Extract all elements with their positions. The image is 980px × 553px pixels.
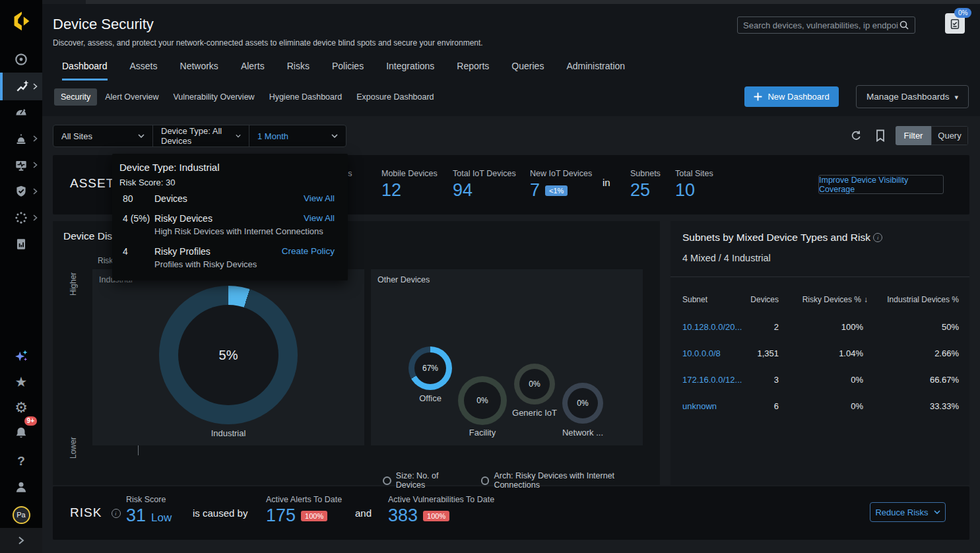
- sidebar-item-ai[interactable]: [0, 344, 42, 368]
- generic-iot-caption: Generic IoT: [505, 408, 564, 418]
- tab-policies[interactable]: Policies: [332, 61, 364, 81]
- view-all-link[interactable]: View All: [304, 213, 335, 223]
- cell-industrial: 50%: [942, 322, 959, 332]
- subnets-subtitle: 4 Mixed / 4 Industrial: [682, 253, 771, 263]
- facility-caption: Facility: [456, 428, 509, 438]
- filter-bar: All Sites Device Type: All Devices 1 Mon…: [53, 125, 346, 147]
- subtab-exposure-dashboard[interactable]: Exposure Dashboard: [350, 88, 440, 106]
- sidebar-item-alerts[interactable]: [0, 127, 42, 150]
- stat-subnets[interactable]: Subnets 25: [630, 169, 661, 201]
- other-devices-panel: Other Devices 67% Office 0% Facility 0% …: [371, 269, 643, 445]
- tab-dashboard[interactable]: Dashboard: [62, 61, 108, 81]
- tab-administration[interactable]: Administration: [566, 61, 625, 81]
- and-text: and: [355, 507, 372, 519]
- sidebar-item-monitoring[interactable]: [0, 153, 42, 177]
- siren-icon: [14, 131, 28, 146]
- col-risky-devices-sorted[interactable]: Risky Devices %: [802, 295, 868, 304]
- subnet-link[interactable]: 10.0.0.0/8: [682, 348, 721, 358]
- global-search[interactable]: [737, 16, 915, 34]
- subtab-alert-overview[interactable]: Alert Overview: [98, 88, 165, 106]
- sidebar-item-account[interactable]: Pa: [0, 503, 42, 527]
- sidebar-item-discovery[interactable]: [0, 206, 42, 230]
- refresh-button[interactable]: [850, 129, 863, 145]
- time-range-dropdown[interactable]: 1 Month: [249, 125, 346, 146]
- tab-networks[interactable]: Networks: [180, 61, 218, 81]
- logo-icon: [9, 9, 34, 34]
- stat-label: Total Sites: [675, 169, 713, 178]
- subtab-hygiene-dashboard[interactable]: Hygiene Dashboard: [263, 88, 349, 106]
- tooltip-row-label: Devices: [154, 193, 187, 204]
- subtab-security[interactable]: Security: [54, 88, 97, 106]
- app-logo[interactable]: [0, 8, 42, 34]
- filter-mode-button[interactable]: Filter: [896, 126, 931, 145]
- subnet-link[interactable]: 10.128.0.0/20...: [682, 322, 742, 332]
- risk-score-value: 31: [126, 505, 146, 526]
- radio-arch-option[interactable]: Arch: Risky Devices with Internet Connec…: [481, 471, 660, 490]
- star-icon: [15, 374, 28, 390]
- sidebar-item-help[interactable]: [0, 449, 42, 473]
- site-filter-dropdown[interactable]: All Sites: [53, 125, 153, 146]
- query-mode-button[interactable]: Query: [931, 126, 968, 145]
- stat-total-sites[interactable]: Total Sites 10: [675, 169, 713, 201]
- office-donut-percent: 67%: [422, 364, 438, 373]
- tooltip-row-label: Risky Profiles: [154, 246, 211, 257]
- industrial-donut-chart[interactable]: 5%: [159, 286, 298, 424]
- info-icon[interactable]: [873, 233, 882, 242]
- new-dashboard-label: New Dashboard: [768, 92, 829, 102]
- sidebar-item-settings[interactable]: [0, 396, 42, 420]
- network-donut-chart[interactable]: 0%: [562, 383, 603, 424]
- radio-icon: [481, 476, 490, 485]
- tab-risks[interactable]: Risks: [287, 61, 310, 81]
- office-donut-chart[interactable]: 67%: [408, 346, 452, 390]
- tab-assets[interactable]: Assets: [130, 61, 158, 81]
- new-dashboard-button[interactable]: New Dashboard: [744, 86, 839, 107]
- chevron-right-icon: [33, 162, 38, 168]
- subnets-card: Subnets by Mixed Device Types and Risk 4…: [670, 221, 969, 485]
- info-icon[interactable]: [112, 509, 121, 518]
- sidebar-item-radar[interactable]: [0, 48, 42, 71]
- industrial-panel: Industrial 5% Industrial: [92, 269, 364, 445]
- stat-mobile-devices[interactable]: Mobile Devices 12: [381, 169, 438, 201]
- stat-new-iot-devices[interactable]: New IoT Devices 7 <1%: [530, 169, 592, 201]
- facility-donut-chart[interactable]: 0%: [458, 376, 507, 425]
- reduce-risks-button[interactable]: Reduce Risks: [870, 502, 946, 522]
- risk-score-level: Low: [151, 511, 172, 525]
- sidebar-item-notifications[interactable]: 9+: [0, 421, 42, 445]
- manage-dashboards-button[interactable]: Manage Dashboards: [856, 85, 969, 108]
- active-alerts-stat[interactable]: Active Alerts To Date 175 100%: [266, 495, 342, 526]
- active-vulnerabilities-stat[interactable]: Active Vulnerabilities To Date 383 100%: [388, 495, 494, 526]
- col-industrial-devices[interactable]: Industrial Devices %: [887, 295, 959, 304]
- gear-icon: [15, 399, 28, 416]
- subtab-vulnerability-overview[interactable]: Vulnerability Overview: [166, 88, 261, 106]
- tab-reports[interactable]: Reports: [457, 61, 489, 81]
- sidebar-item-insights-active[interactable]: [0, 73, 42, 100]
- sidebar-item-user[interactable]: [0, 475, 42, 499]
- sidebar-item-reports[interactable]: [0, 232, 42, 256]
- search-input[interactable]: [743, 20, 899, 30]
- subnet-link[interactable]: 172.16.0.0/12...: [682, 375, 742, 385]
- subnet-link[interactable]: unknown: [682, 401, 717, 411]
- improve-visibility-button[interactable]: Improve Device Visibility Coverage: [818, 175, 944, 194]
- chevron-right-icon: [33, 188, 38, 195]
- col-subnet[interactable]: Subnet: [682, 295, 707, 304]
- create-policy-link[interactable]: Create Policy: [282, 246, 335, 256]
- bookmark-button[interactable]: [875, 129, 886, 145]
- search-icon[interactable]: [899, 20, 909, 30]
- sidebar-item-compliance[interactable]: [0, 179, 42, 203]
- radio-label: Arch: Risky Devices with Internet Connec…: [494, 471, 660, 490]
- device-type-filter-dropdown[interactable]: Device Type: All Devices: [153, 125, 249, 146]
- clipboard-check-icon: [949, 18, 961, 30]
- stat-value: 10: [675, 180, 713, 201]
- tab-alerts[interactable]: Alerts: [241, 61, 265, 81]
- stat-total-iot-devices[interactable]: Total IoT Devices 94: [453, 169, 516, 201]
- col-devices[interactable]: Devices: [750, 295, 779, 304]
- sidebar-item-favorites[interactable]: [0, 370, 42, 394]
- radio-size-option[interactable]: Size: No. of Devices: [383, 471, 469, 490]
- tab-queries[interactable]: Queries: [511, 61, 544, 81]
- sidebar-expand[interactable]: [0, 528, 42, 553]
- tab-integrations[interactable]: Integrations: [386, 61, 434, 81]
- sidebar-item-gauge[interactable]: [0, 100, 42, 124]
- view-all-link[interactable]: View All: [304, 193, 335, 203]
- chevron-right-icon: [33, 83, 38, 90]
- generic-iot-donut-chart[interactable]: 0%: [514, 364, 555, 405]
